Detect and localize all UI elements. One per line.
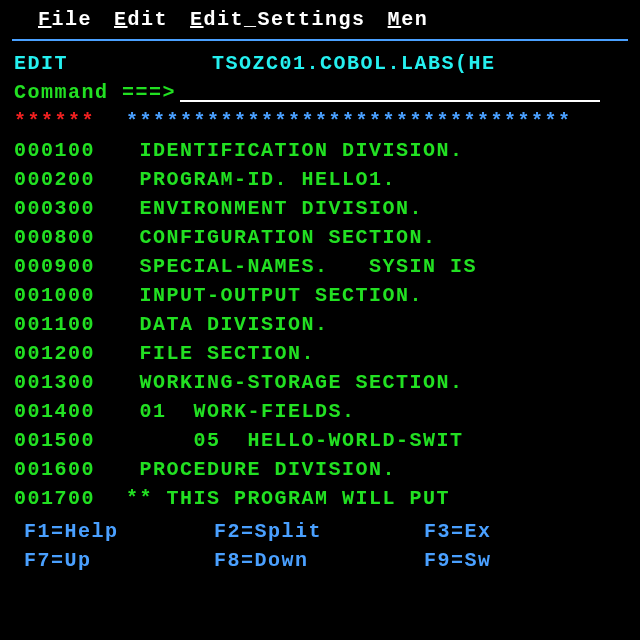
command-label: Command ===>	[14, 78, 176, 107]
code-area[interactable]: 000100 IDENTIFICATION DIVISION.000200 PR…	[0, 136, 640, 513]
line-number[interactable]: 001300	[14, 368, 126, 397]
header-row: EDIT TSOZC01.COBOL.LABS(HE	[0, 49, 640, 78]
code-line[interactable]: 001400 01 WORK-FIELDS.	[0, 397, 640, 426]
fkey-f7[interactable]: F7=Up	[14, 546, 214, 575]
line-number[interactable]: 001500	[14, 426, 126, 455]
fkey-f2[interactable]: F2=Split	[214, 517, 424, 546]
line-text[interactable]: SPECIAL-NAMES. SYSIN IS	[126, 252, 477, 281]
edit-mode-label: EDIT	[14, 49, 212, 78]
line-number[interactable]: 000300	[14, 194, 126, 223]
line-text[interactable]: 01 WORK-FIELDS.	[126, 397, 356, 426]
code-line[interactable]: 001000 INPUT-OUTPUT SECTION.	[0, 281, 640, 310]
line-text[interactable]: WORKING-STORAGE SECTION.	[126, 368, 464, 397]
line-text[interactable]: INPUT-OUTPUT SECTION.	[126, 281, 423, 310]
line-number[interactable]: 000900	[14, 252, 126, 281]
line-text[interactable]: 05 HELLO-WORLD-SWIT	[126, 426, 464, 455]
fkey-f8[interactable]: F8=Down	[214, 546, 424, 575]
fkey-f1[interactable]: F1=Help	[14, 517, 214, 546]
menu-bar: File Edit Edit_Settings Men	[0, 6, 640, 37]
code-line[interactable]: 001200 FILE SECTION.	[0, 339, 640, 368]
line-text[interactable]: PROCEDURE DIVISION.	[126, 455, 396, 484]
line-text[interactable]: PROGRAM-ID. HELLO1.	[126, 165, 396, 194]
top-of-data-marker: ****** *********************************	[0, 107, 640, 136]
fkey-f3[interactable]: F3=Ex	[424, 517, 492, 546]
menu-edit[interactable]: Edit	[114, 8, 168, 31]
menu-file[interactable]: File	[38, 8, 92, 31]
code-line[interactable]: 000200 PROGRAM-ID. HELLO1.	[0, 165, 640, 194]
line-text[interactable]: ** THIS PROGRAM WILL PUT	[126, 484, 464, 513]
code-line[interactable]: 001300 WORKING-STORAGE SECTION.	[0, 368, 640, 397]
line-number[interactable]: 001000	[14, 281, 126, 310]
menu-divider	[12, 39, 628, 41]
code-line[interactable]: 001500 05 HELLO-WORLD-SWIT	[0, 426, 640, 455]
code-line[interactable]: 001700** THIS PROGRAM WILL PUT	[0, 484, 640, 513]
fkey-f9[interactable]: F9=Sw	[424, 546, 492, 575]
code-line[interactable]: 000800 CONFIGURATION SECTION.	[0, 223, 640, 252]
line-number[interactable]: 000100	[14, 136, 126, 165]
code-line[interactable]: 000100 IDENTIFICATION DIVISION.	[0, 136, 640, 165]
line-text[interactable]: FILE SECTION.	[126, 339, 315, 368]
command-row: Command ===>	[0, 78, 640, 107]
code-line[interactable]: 000900 SPECIAL-NAMES. SYSIN IS	[0, 252, 640, 281]
code-line[interactable]: 001600 PROCEDURE DIVISION.	[0, 455, 640, 484]
line-text[interactable]: CONFIGURATION SECTION.	[126, 223, 437, 252]
menu-men[interactable]: Men	[388, 8, 429, 31]
line-text[interactable]: ENVIRONMENT DIVISION.	[126, 194, 423, 223]
line-number[interactable]: 001200	[14, 339, 126, 368]
code-line[interactable]: 001100 DATA DIVISION.	[0, 310, 640, 339]
line-number[interactable]: 001400	[14, 397, 126, 426]
line-number[interactable]: 001600	[14, 455, 126, 484]
line-text[interactable]: DATA DIVISION.	[126, 310, 329, 339]
menu-edit-settings[interactable]: Edit_Settings	[190, 8, 366, 31]
line-number[interactable]: 001700	[14, 484, 126, 513]
line-text[interactable]: IDENTIFICATION DIVISION.	[126, 136, 464, 165]
function-key-bar: F1=Help F2=Split F3=Ex F7=Up F8=Down F9=…	[0, 517, 640, 575]
line-number[interactable]: 000200	[14, 165, 126, 194]
dataset-name: TSOZC01.COBOL.LABS(HE	[212, 49, 496, 78]
top-stars: *********************************	[126, 107, 572, 136]
line-number[interactable]: 001100	[14, 310, 126, 339]
line-prefix-stars: ******	[14, 107, 126, 136]
code-line[interactable]: 000300 ENVIRONMENT DIVISION.	[0, 194, 640, 223]
command-input[interactable]	[180, 84, 600, 102]
line-number[interactable]: 000800	[14, 223, 126, 252]
